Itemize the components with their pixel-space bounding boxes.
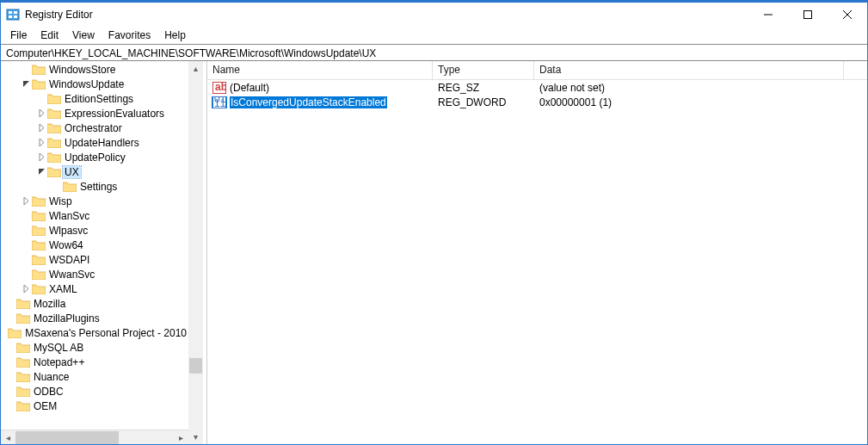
tree-node[interactable]: MySQL AB <box>1 340 188 355</box>
list-header: Name Type Data <box>207 61 867 80</box>
tree-node[interactable]: UpdateHandlers <box>1 135 188 150</box>
chevron-right-icon[interactable] <box>20 285 32 293</box>
chevron-right-icon[interactable] <box>35 109 47 117</box>
tree-node[interactable]: Notepad++ <box>1 355 188 369</box>
tree-node-label: WindowsUpdate <box>47 78 126 90</box>
tree-node[interactable]: Orchestrator <box>1 121 188 135</box>
tree-node-label: WlanSvc <box>47 210 91 222</box>
tree-node[interactable]: Mozilla <box>1 296 188 311</box>
minimize-button[interactable] <box>748 3 788 27</box>
value-data: 0x00000001 (1) <box>534 96 844 108</box>
window-title: Registry Editor <box>25 9 93 21</box>
tree-node-label: Nuance <box>32 371 71 383</box>
binary-value-icon: 011110 <box>212 96 226 108</box>
scroll-left-button[interactable]: ◂ <box>1 430 15 445</box>
tree-node[interactable]: WwanSvc <box>1 267 188 281</box>
folder-icon <box>32 64 46 76</box>
tree-node[interactable]: UX <box>1 164 188 179</box>
value-type: REG_DWORD <box>433 96 534 108</box>
titlebar[interactable]: Registry Editor <box>1 1 867 27</box>
tree-node-label: Wlpasvc <box>47 225 89 237</box>
menu-help[interactable]: Help <box>158 28 192 42</box>
scroll-thumb-horizontal[interactable] <box>15 431 119 444</box>
folder-icon <box>47 108 61 120</box>
tree-node[interactable]: Wlpasvc <box>1 223 188 238</box>
folder-icon <box>32 210 46 222</box>
chevron-right-icon[interactable] <box>35 139 47 146</box>
tree-node[interactable]: OEM <box>1 399 188 413</box>
list-row[interactable]: 011110IsConvergedUpdateStackEnabledREG_D… <box>207 95 867 109</box>
list-body[interactable]: ab(Default)REG_SZ(value not set)011110Is… <box>207 80 867 444</box>
chevron-right-icon[interactable] <box>35 124 47 132</box>
list-row[interactable]: ab(Default)REG_SZ(value not set) <box>207 80 867 95</box>
folder-icon <box>16 386 30 398</box>
chevron-down-icon[interactable] <box>20 80 32 88</box>
address-bar[interactable]: Computer\HKEY_LOCAL_MACHINE\SOFTWARE\Mic… <box>1 44 867 61</box>
tree-scrollbar-horizontal[interactable]: ◂ ▸ <box>1 430 188 444</box>
menu-edit[interactable]: Edit <box>34 28 65 42</box>
tree-node-label: WSDAPI <box>47 254 91 266</box>
value-name: IsConvergedUpdateStackEnabled <box>230 96 387 108</box>
tree-node[interactable]: ExpressionEvaluators <box>1 106 188 121</box>
tree-node[interactable]: Settings <box>1 179 188 194</box>
tree-node[interactable]: WlanSvc <box>1 208 188 223</box>
folder-icon <box>16 400 30 412</box>
column-header-data[interactable]: Data <box>534 61 844 79</box>
tree-node[interactable]: MSaxena's Personal Project - 2010 <box>1 325 188 340</box>
tree-node-label: MozillaPlugins <box>32 312 102 324</box>
menu-favorites[interactable]: Favorites <box>102 28 157 42</box>
column-header-type[interactable]: Type <box>433 61 534 79</box>
folder-icon <box>32 239 46 251</box>
close-button[interactable] <box>828 3 867 27</box>
scroll-down-button[interactable]: ▾ <box>188 430 203 444</box>
tree-node-label: Settings <box>78 181 119 193</box>
tree-node-label: ODBC <box>32 386 65 398</box>
menu-view[interactable]: View <box>66 28 101 42</box>
tree-node-label: UX <box>63 166 81 178</box>
folder-icon <box>32 269 46 281</box>
chevron-right-icon[interactable] <box>20 197 32 205</box>
value-data: (value not set) <box>534 82 844 94</box>
svg-rect-6 <box>804 11 812 19</box>
tree-panel: WindowsStoreWindowsUpdateEditionSettings… <box>1 61 188 444</box>
tree-scrollbar-vertical[interactable]: ▴ ▾ <box>188 61 203 444</box>
tree-node-label: Notepad++ <box>32 356 86 368</box>
tree-node-label: OEM <box>32 400 58 412</box>
tree-node-label: Wow64 <box>47 239 85 251</box>
tree-node[interactable]: MozillaPlugins <box>1 311 188 325</box>
folder-icon <box>47 122 61 134</box>
tree-node[interactable]: XAML <box>1 281 188 296</box>
folder-icon <box>47 166 61 178</box>
tree-node-label: EditionSettings <box>63 93 135 105</box>
folder-icon <box>47 137 61 149</box>
tree-node[interactable]: ODBC <box>1 384 188 399</box>
tree-view[interactable]: WindowsStoreWindowsUpdateEditionSettings… <box>1 61 188 430</box>
tree-node-label: WindowsStore <box>47 64 117 76</box>
scroll-right-button[interactable]: ▸ <box>174 430 188 445</box>
scroll-thumb-vertical[interactable] <box>189 358 202 374</box>
folder-icon <box>8 327 22 339</box>
tree-node-label: Orchestrator <box>63 122 124 134</box>
scroll-up-button[interactable]: ▴ <box>188 61 203 76</box>
tree-node-label: XAML <box>47 283 79 295</box>
chevron-right-icon[interactable] <box>35 153 47 161</box>
tree-node[interactable]: EditionSettings <box>1 91 188 106</box>
tree-node[interactable]: UpdatePolicy <box>1 150 188 164</box>
chevron-down-icon[interactable] <box>35 168 47 176</box>
folder-icon <box>32 283 46 295</box>
tree-node[interactable]: WindowsStore <box>1 62 188 77</box>
folder-icon <box>32 254 46 266</box>
tree-node-label: UpdateHandlers <box>63 137 141 149</box>
menu-file[interactable]: File <box>4 28 33 42</box>
tree-node-label: MySQL AB <box>32 342 85 354</box>
column-header-name[interactable]: Name <box>207 61 433 79</box>
tree-node[interactable]: WindowsUpdate <box>1 77 188 91</box>
tree-node[interactable]: Wow64 <box>1 238 188 252</box>
maximize-button[interactable] <box>788 3 828 27</box>
value-type: REG_SZ <box>433 82 534 94</box>
tree-node[interactable]: Wisp <box>1 194 188 208</box>
tree-node-label: ExpressionEvaluators <box>63 108 166 120</box>
tree-node-label: UpdatePolicy <box>63 151 127 164</box>
tree-node[interactable]: Nuance <box>1 369 188 384</box>
tree-node[interactable]: WSDAPI <box>1 252 188 267</box>
